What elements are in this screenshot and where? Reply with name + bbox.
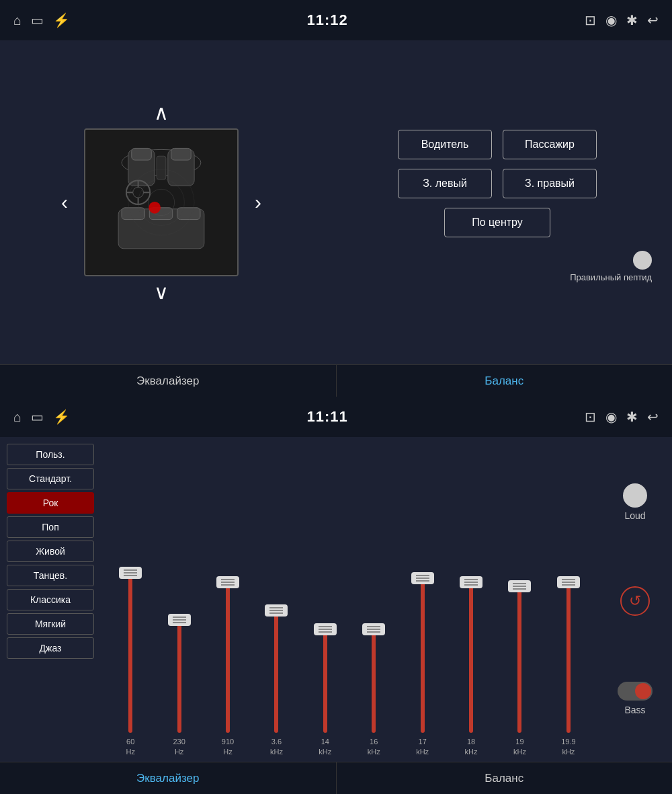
slider-track-1[interactable] (177, 620, 181, 733)
slider-track-7[interactable] (469, 582, 473, 733)
slider-track-8[interactable] (517, 586, 521, 733)
balance-content: ∧ ‹ (0, 40, 672, 364)
rear-right-button[interactable]: З. правый (503, 169, 597, 198)
svg-rect-10 (177, 208, 200, 220)
bluetooth-icon[interactable]: ✱ (626, 12, 638, 28)
tab-balance-bottom[interactable]: Баланс (337, 762, 673, 794)
freq-labels: 60Hz230Hz910Hz3.6kHz14kHz16kHz17kHz18kHz… (108, 733, 591, 762)
slider-track-6[interactable] (421, 578, 425, 733)
freq-label-6: 17kHz (399, 737, 445, 756)
slider-col-9 (546, 444, 591, 733)
freq-label-0: 60Hz (108, 737, 153, 756)
bottom-tab-bar: Эквалайзер Баланс (0, 762, 672, 794)
preset-user[interactable]: Польз. (7, 444, 94, 465)
back-icon-2[interactable]: ↩ (647, 409, 659, 425)
slider-track-0[interactable] (128, 573, 132, 733)
top-status-right: ⊡ ◉ ✱ ↩ (585, 12, 659, 28)
slider-thumb-3[interactable] (265, 604, 288, 617)
car-svg (85, 128, 237, 276)
bottom-status-bar: ⌂ ▭ ⚡ 11:11 ⊡ ◉ ✱ ↩ (0, 397, 672, 437)
slider-track-3[interactable] (274, 610, 278, 733)
preset-classic[interactable]: Классика (7, 589, 94, 610)
slider-thumb-8[interactable] (508, 580, 531, 592)
loud-section: Loud (623, 483, 647, 521)
slider-col-2 (205, 444, 251, 733)
preset-rock[interactable]: Рок (7, 492, 94, 514)
slider-col-5 (351, 444, 396, 733)
tab-equalizer-bottom[interactable]: Эквалайзер (0, 762, 337, 794)
reset-button[interactable]: ↺ (620, 586, 650, 616)
car-section: ∧ ‹ (0, 47, 323, 358)
slider-col-0 (108, 444, 153, 733)
bottom-time: 11:11 (306, 408, 347, 426)
car-up-button[interactable]: ∧ (140, 97, 182, 128)
rear-btn-row: З. левый З. правый (398, 169, 597, 198)
car-image[interactable] (84, 128, 239, 276)
preset-pop[interactable]: Поп (7, 516, 94, 538)
bottom-panel: ⌂ ▭ ⚡ 11:11 ⊡ ◉ ✱ ↩ Польз.Стандарт.РокПо… (0, 397, 672, 794)
slider-col-4 (302, 444, 348, 733)
center-button[interactable]: По центру (444, 208, 550, 237)
slider-thumb-1[interactable] (168, 614, 191, 626)
svg-rect-4 (132, 148, 151, 160)
slider-col-1 (156, 444, 202, 733)
home-icon[interactable]: ⌂ (13, 13, 22, 28)
car-left-button[interactable]: ‹ (52, 187, 77, 218)
usb-icon-2[interactable]: ⚡ (53, 409, 70, 425)
rear-left-button[interactable]: З. левый (398, 169, 492, 198)
back-icon[interactable]: ↩ (647, 12, 659, 28)
eq-right-controls: Loud ↺ Bass (598, 437, 672, 762)
top-panel: ⌂ ▭ ⚡ 11:12 ⊡ ◉ ✱ ↩ ∧ ‹ (0, 0, 672, 397)
car-nav-row: ‹ (0, 128, 323, 276)
slider-col-6 (399, 444, 445, 733)
loud-label: Loud (624, 510, 645, 521)
preset-jazz[interactable]: Джаз (7, 637, 94, 659)
slider-track-9[interactable] (566, 582, 571, 733)
bass-switch[interactable] (618, 682, 653, 701)
slider-track-4[interactable] (323, 629, 327, 733)
location-icon-2[interactable]: ◉ (605, 409, 617, 425)
car-down-button[interactable]: ∨ (140, 276, 182, 308)
preset-standard[interactable]: Стандарт. (7, 468, 94, 489)
freq-label-1: 230Hz (156, 737, 202, 756)
zone-buttons-section: Водитель Пассажир З. левый З. правый По … (323, 47, 672, 358)
slider-thumb-4[interactable] (314, 623, 337, 635)
screen-icon-2[interactable]: ▭ (31, 409, 44, 425)
preset-live[interactable]: Живой (7, 541, 94, 562)
svg-point-20 (149, 202, 161, 214)
eq-sliders: 60Hz230Hz910Hz3.6kHz14kHz16kHz17kHz18kHz… (101, 437, 598, 762)
freq-label-5: 16kHz (351, 737, 396, 756)
slider-thumb-0[interactable] (119, 567, 142, 579)
slider-track-5[interactable] (372, 629, 376, 733)
location-icon[interactable]: ◉ (605, 12, 617, 28)
cast-icon[interactable]: ⊡ (585, 12, 596, 28)
tab-equalizer-top[interactable]: Эквалайзер (0, 365, 337, 397)
freq-label-3: 3.6kHz (253, 737, 299, 756)
slider-thumb-7[interactable] (460, 576, 482, 588)
right-toggle-circle[interactable] (633, 251, 652, 270)
screen-icon[interactable]: ▭ (31, 12, 44, 28)
freq-label-2: 910Hz (205, 737, 251, 756)
home-icon-2[interactable]: ⌂ (13, 409, 22, 425)
slider-thumb-5[interactable] (362, 623, 385, 635)
slider-thumb-2[interactable] (216, 576, 239, 588)
usb-icon[interactable]: ⚡ (53, 12, 70, 28)
bluetooth-icon-2[interactable]: ✱ (626, 409, 638, 425)
bottom-status-left: ⌂ ▭ ⚡ (13, 409, 70, 425)
cast-icon-2[interactable]: ⊡ (585, 409, 596, 425)
slider-col-8 (497, 444, 542, 733)
preset-dance[interactable]: Танцев. (7, 565, 94, 586)
slider-thumb-9[interactable] (557, 576, 580, 588)
slider-track-2[interactable] (226, 582, 230, 733)
preset-soft[interactable]: Мягкий (7, 613, 94, 635)
driver-button[interactable]: Водитель (398, 130, 492, 159)
passenger-button[interactable]: Пассажир (503, 130, 597, 159)
slider-col-7 (448, 444, 494, 733)
slider-col-3 (253, 444, 299, 733)
car-right-button[interactable]: › (245, 187, 271, 218)
loud-toggle[interactable] (623, 483, 647, 508)
toggle-area: Правильный пептид (323, 251, 672, 282)
slider-thumb-6[interactable] (411, 572, 434, 584)
top-tab-bar: Эквалайзер Баланс (0, 364, 672, 397)
tab-balance-top[interactable]: Баланс (337, 365, 673, 397)
